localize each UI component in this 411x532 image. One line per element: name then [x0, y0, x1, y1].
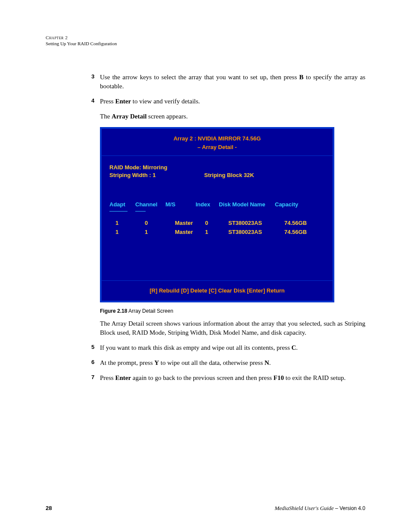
step-number: 7	[91, 373, 94, 381]
page-header: Chapter 2 Setting Up Your RAID Configura…	[46, 34, 365, 47]
key-f10: F10	[274, 374, 284, 381]
step-text: Use the arrow keys to select the array t…	[100, 74, 299, 81]
bios-title: Array 2 : NVIDIA MIRROR 74.56G	[102, 129, 333, 143]
chapter-label: Chapter 2	[46, 34, 365, 40]
bios-array-detail-screen: Array 2 : NVIDIA MIRROR 74.56G – Array D…	[100, 127, 334, 303]
col-ms-header: M/S	[165, 201, 196, 208]
step-text: Press	[100, 98, 115, 105]
figure-caption: Figure 2.18 Array Detail Screen	[100, 308, 365, 315]
bios-disk-table: Adapt Channel M/S Index Disk Model Name …	[109, 201, 325, 236]
table-row: 1 1 Master 1 ST380023AS 74.56GB	[109, 228, 325, 236]
step-number: 6	[91, 358, 94, 366]
step-text-post: to view and verify details.	[131, 98, 200, 105]
bios-subtitle: – Array Detail -	[102, 143, 333, 156]
key-b: B	[299, 74, 304, 81]
key-enter: Enter	[115, 98, 131, 105]
key-enter: Enter	[115, 374, 131, 381]
striping-block: Striping Block 32K	[204, 171, 254, 179]
bios-footer-commands: [R] Rebuild [D] Delete [C] Clear Disk [E…	[102, 281, 333, 301]
key-y: Y	[154, 359, 159, 366]
step-3: 3 Use the arrow keys to select the array…	[100, 73, 365, 91]
col-adapt-header: Adapt	[109, 201, 135, 208]
key-c: C	[292, 344, 296, 351]
table-row: 1 0 Master 0 ST380023AS 74.56GB	[109, 219, 325, 227]
step-5: 5 If you want to mark this disk as empty…	[100, 343, 365, 352]
col-channel-header: Channel	[135, 201, 165, 208]
step-number: 4	[91, 97, 94, 105]
step-4-note: The Array Detail screen appears.	[100, 112, 365, 121]
key-n: N	[265, 359, 269, 366]
page-number: 28	[46, 504, 52, 512]
guide-version: – Version 4.0	[334, 505, 365, 511]
guide-title: MediaShield User's Guide	[275, 505, 334, 511]
step-4: 4 Press Enter to view and verify details…	[100, 97, 365, 106]
col-model-header: Disk Model Name	[219, 201, 275, 208]
explanation-paragraph: The Array Detail screen shows various in…	[100, 319, 365, 337]
step-6: 6 At the prompt, press Y to wipe out all…	[100, 358, 365, 367]
step-number: 5	[91, 343, 94, 351]
col-index-header: Index	[196, 201, 219, 208]
raid-mode: RAID Mode: Mirroring	[109, 164, 204, 171]
col-capacity-header: Capacity	[275, 201, 309, 208]
step-number: 3	[91, 73, 94, 81]
striping-width: Striping Width : 1	[109, 171, 204, 179]
step-7: 7 Press Enter again to go back to the pr…	[100, 373, 365, 383]
page-footer: 28 MediaShield User's Guide – Version 4.…	[46, 504, 365, 512]
chapter-title: Setting Up Your RAID Configuration	[46, 40, 365, 47]
